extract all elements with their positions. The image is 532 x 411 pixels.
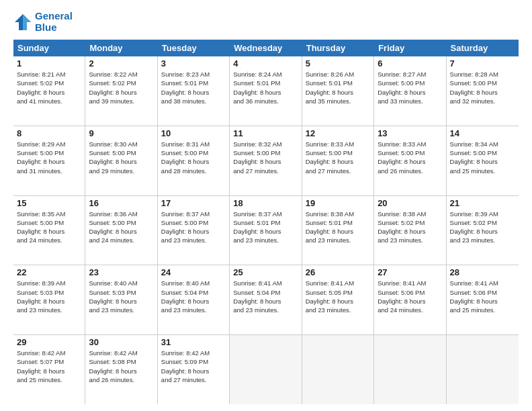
cell-info: Sunrise: 8:26 AMSunset: 5:01 PMDaylight:… bbox=[306, 70, 370, 105]
day-number: 12 bbox=[306, 128, 370, 138]
cell-line: Sunset: 5:04 PM bbox=[233, 288, 298, 297]
cell-line: Daylight: 8 hours bbox=[161, 367, 226, 375]
calendar-cell: 29Sunrise: 8:42 AMSunset: 5:07 PMDayligh… bbox=[13, 335, 85, 404]
calendar-cell: 14Sunrise: 8:34 AMSunset: 5:00 PMDayligh… bbox=[447, 126, 519, 195]
cell-line: Sunrise: 8:37 AM bbox=[161, 210, 226, 218]
header: General Blue bbox=[13, 11, 519, 33]
cell-line: Daylight: 8 hours bbox=[450, 297, 515, 306]
cell-info: Sunrise: 8:35 AMSunset: 5:00 PMDaylight:… bbox=[17, 210, 81, 245]
day-number: 23 bbox=[89, 267, 153, 277]
header-day: Thursday bbox=[302, 40, 374, 56]
cell-info: Sunrise: 8:24 AMSunset: 5:01 PMDaylight:… bbox=[233, 70, 298, 105]
cell-line: Sunrise: 8:40 AM bbox=[161, 279, 226, 287]
cell-info: Sunrise: 8:28 AMSunset: 5:00 PMDaylight:… bbox=[450, 70, 515, 105]
cell-line: Sunrise: 8:21 AM bbox=[17, 70, 81, 79]
cell-line: Sunset: 5:03 PM bbox=[89, 288, 153, 297]
cell-line: Sunset: 5:00 PM bbox=[89, 148, 153, 157]
cell-info: Sunrise: 8:32 AMSunset: 5:00 PMDaylight:… bbox=[233, 140, 298, 175]
cell-line: Daylight: 8 hours bbox=[306, 157, 370, 166]
cell-line: Daylight: 8 hours bbox=[161, 297, 226, 306]
cell-line: Sunrise: 8:41 AM bbox=[378, 279, 442, 287]
cell-line: Sunset: 5:00 PM bbox=[161, 148, 226, 157]
cell-line: Daylight: 8 hours bbox=[89, 367, 153, 375]
cell-line: Daylight: 8 hours bbox=[233, 227, 298, 236]
cell-line: Sunset: 5:00 PM bbox=[378, 79, 442, 87]
day-number: 18 bbox=[233, 198, 298, 208]
header-day: Saturday bbox=[447, 40, 519, 56]
calendar-cell: 31Sunrise: 8:42 AMSunset: 5:09 PMDayligh… bbox=[158, 335, 230, 404]
header-day: Sunday bbox=[13, 40, 85, 56]
cell-line: and 23 minutes. bbox=[233, 236, 298, 244]
calendar-cell: 6Sunrise: 8:27 AMSunset: 5:00 PMDaylight… bbox=[374, 56, 446, 126]
cell-line: Sunrise: 8:33 AM bbox=[378, 140, 442, 148]
cell-line: Sunset: 5:01 PM bbox=[161, 79, 226, 87]
cell-line: and 35 minutes. bbox=[306, 97, 370, 105]
cell-line: Sunset: 5:08 PM bbox=[89, 357, 153, 366]
calendar-cell: 9Sunrise: 8:30 AMSunset: 5:00 PMDaylight… bbox=[85, 126, 157, 195]
day-number: 27 bbox=[378, 267, 442, 277]
cell-line: and 23 minutes. bbox=[450, 236, 515, 244]
cell-line: Sunrise: 8:36 AM bbox=[89, 210, 153, 218]
cell-info: Sunrise: 8:41 AMSunset: 5:06 PMDaylight:… bbox=[450, 279, 515, 314]
day-number: 16 bbox=[89, 198, 153, 208]
calendar-cell bbox=[374, 335, 446, 404]
cell-line: and 23 minutes. bbox=[161, 306, 226, 314]
cell-line: and 23 minutes. bbox=[17, 306, 81, 314]
cell-line: and 23 minutes. bbox=[306, 236, 370, 244]
calendar-cell: 10Sunrise: 8:31 AMSunset: 5:00 PMDayligh… bbox=[158, 126, 230, 195]
cell-info: Sunrise: 8:23 AMSunset: 5:01 PMDaylight:… bbox=[161, 70, 226, 105]
cell-line: Daylight: 8 hours bbox=[161, 88, 226, 97]
cell-info: Sunrise: 8:33 AMSunset: 5:00 PMDaylight:… bbox=[306, 140, 370, 175]
calendar-cell: 22Sunrise: 8:39 AMSunset: 5:03 PMDayligh… bbox=[13, 265, 85, 334]
cell-line: Sunrise: 8:23 AM bbox=[161, 70, 226, 79]
cell-line: Daylight: 8 hours bbox=[450, 227, 515, 236]
calendar-cell: 18Sunrise: 8:37 AMSunset: 5:01 PMDayligh… bbox=[230, 196, 302, 265]
cell-line: Daylight: 8 hours bbox=[233, 297, 298, 306]
cell-line: Daylight: 8 hours bbox=[89, 227, 153, 236]
header-day: Monday bbox=[85, 40, 157, 56]
cell-info: Sunrise: 8:31 AMSunset: 5:00 PMDaylight:… bbox=[161, 140, 226, 175]
day-number: 22 bbox=[17, 267, 81, 277]
calendar-row: 29Sunrise: 8:42 AMSunset: 5:07 PMDayligh… bbox=[13, 335, 519, 404]
header-day: Wednesday bbox=[230, 40, 302, 56]
day-number: 1 bbox=[17, 58, 81, 68]
cell-line: Sunset: 5:00 PM bbox=[89, 218, 153, 227]
cell-info: Sunrise: 8:34 AMSunset: 5:00 PMDaylight:… bbox=[450, 140, 515, 175]
cell-line: Sunset: 5:00 PM bbox=[17, 218, 81, 227]
day-number: 2 bbox=[89, 58, 153, 68]
logo-icon bbox=[13, 13, 32, 32]
cell-info: Sunrise: 8:40 AMSunset: 5:04 PMDaylight:… bbox=[161, 279, 226, 314]
cell-line: Sunset: 5:05 PM bbox=[306, 288, 370, 297]
calendar-cell: 16Sunrise: 8:36 AMSunset: 5:00 PMDayligh… bbox=[85, 196, 157, 265]
cell-line: Daylight: 8 hours bbox=[450, 157, 515, 166]
day-number: 26 bbox=[306, 267, 370, 277]
calendar-cell: 5Sunrise: 8:26 AMSunset: 5:01 PMDaylight… bbox=[302, 56, 374, 126]
cell-line: Sunrise: 8:35 AM bbox=[17, 210, 81, 218]
cell-line: and 39 minutes. bbox=[89, 97, 153, 105]
cell-line: Sunrise: 8:32 AM bbox=[233, 140, 298, 148]
cell-line: Sunrise: 8:28 AM bbox=[450, 70, 515, 79]
cell-line: and 24 minutes. bbox=[89, 236, 153, 244]
logo-text: General Blue bbox=[35, 11, 73, 33]
cell-line: and 26 minutes. bbox=[378, 167, 442, 175]
cell-line: Sunrise: 8:40 AM bbox=[89, 279, 153, 287]
cell-line: Daylight: 8 hours bbox=[17, 88, 81, 97]
cell-line: Sunset: 5:01 PM bbox=[306, 218, 370, 227]
calendar-cell bbox=[447, 335, 519, 404]
cell-info: Sunrise: 8:40 AMSunset: 5:03 PMDaylight:… bbox=[89, 279, 153, 314]
cell-line: and 28 minutes. bbox=[161, 167, 226, 175]
cell-info: Sunrise: 8:29 AMSunset: 5:00 PMDaylight:… bbox=[17, 140, 81, 175]
day-number: 17 bbox=[161, 198, 226, 208]
cell-line: and 27 minutes. bbox=[233, 167, 298, 175]
cell-line: Sunrise: 8:34 AM bbox=[450, 140, 515, 148]
cell-line: Sunrise: 8:31 AM bbox=[161, 140, 226, 148]
calendar-cell: 21Sunrise: 8:39 AMSunset: 5:02 PMDayligh… bbox=[447, 196, 519, 265]
cell-line: Daylight: 8 hours bbox=[89, 88, 153, 97]
day-number: 5 bbox=[306, 58, 370, 68]
cell-line: Sunset: 5:00 PM bbox=[161, 218, 226, 227]
cell-line: Sunrise: 8:42 AM bbox=[89, 349, 153, 357]
cell-line: Daylight: 8 hours bbox=[378, 227, 442, 236]
calendar-cell: 2Sunrise: 8:22 AMSunset: 5:02 PMDaylight… bbox=[85, 56, 157, 126]
calendar-cell: 7Sunrise: 8:28 AMSunset: 5:00 PMDaylight… bbox=[447, 56, 519, 126]
cell-line: and 23 minutes. bbox=[89, 306, 153, 314]
